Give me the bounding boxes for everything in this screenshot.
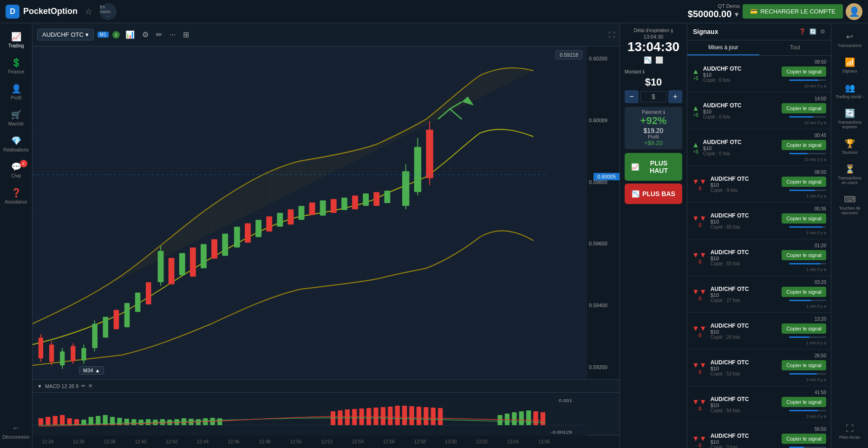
signals-settings-icon[interactable]: ⚙	[820, 28, 825, 35]
sidebar-item-trading[interactable]: 📈 Trading	[2, 28, 30, 52]
chart-type-button[interactable]: 📊	[124, 28, 137, 41]
signal-time-4: 00:35	[815, 206, 826, 211]
price-0: 0.60200	[589, 56, 618, 61]
more-button[interactable]: ···	[168, 29, 177, 41]
svg-rect-30	[266, 216, 272, 231]
svg-rect-52	[46, 417, 50, 425]
amount-plus-button[interactable]: +	[668, 90, 682, 103]
amount-minus-button[interactable]: −	[625, 90, 639, 103]
copy-btn-2[interactable]: Copier le signal	[782, 140, 826, 150]
star-button[interactable]: ☆	[85, 7, 92, 17]
settings-button[interactable]: ⚙	[140, 28, 150, 41]
sidebar-label-chat: Chat	[11, 173, 21, 178]
copy-btn-1[interactable]: Copier le signal	[782, 103, 826, 113]
copy-btn-4[interactable]: Copier le signal	[782, 213, 826, 224]
signal-info-4: AUD/CHF OTC $10 Copié : 65 fois	[711, 212, 778, 230]
far-sidebar-item-tournois[interactable]: 🏆 Tournois	[834, 135, 866, 158]
far-sidebar-item-transactions-express[interactable]: 🔄 Transactions express	[834, 105, 866, 133]
trading-social-icon: 👥	[845, 83, 855, 93]
tab-tout[interactable]: Tout	[759, 40, 831, 55]
copy-btn-8[interactable]: Copier le signal	[782, 360, 826, 370]
copy-btn-3[interactable]: Copier le signal	[782, 177, 826, 187]
sidebar-item-profil[interactable]: 👤 Profil	[2, 80, 30, 104]
far-sidebar-item-signaux[interactable]: 📶 Signaux	[834, 53, 866, 77]
far-sidebar-item-touches[interactable]: ⌨ Touches de raccourci	[834, 191, 866, 219]
signal-right-0: 09:50 Copier le signal 10 sec il y a	[782, 59, 826, 88]
time-label-6: 12:46	[228, 439, 240, 444]
copy-btn-7[interactable]: Copier le signal	[782, 323, 826, 334]
recharge-button[interactable]: 💳 RECHARGER LE COMPTE	[743, 4, 843, 19]
signal-amount-1: $10	[703, 109, 778, 114]
svg-rect-79	[345, 409, 350, 425]
fullscreen-icon[interactable]: ⛶	[608, 31, 615, 39]
down-arrow-icon-6: ▼▼	[692, 288, 707, 296]
chart-toolbar: AUD/CHF OTC ▾ M1 2 📊 ⚙ ✏ ··· ⊞ ⛶	[33, 23, 620, 46]
sidebar-item-assistance[interactable]: ❓ Assistance	[2, 184, 30, 208]
chart-icon-row: 📉 ⬜	[625, 56, 682, 64]
price-labels: 0.60200 0.60089 0.59800 0.59600 0.59400 …	[587, 46, 620, 379]
chart-mini-icon-2: ⬜	[655, 56, 663, 64]
svg-rect-77	[331, 411, 335, 425]
far-sidebar-item-transactions-cours[interactable]: ⏳ Transactions en cours	[834, 160, 866, 189]
signal-right-3: 08:50 Copier le signal 1 min il y a	[782, 170, 826, 198]
down-arrow-icon-5: ▼▼	[692, 251, 707, 259]
signals-help-icon[interactable]: ❓	[799, 28, 806, 35]
svg-rect-40	[373, 192, 379, 206]
sidebar-item-deconnexion[interactable]: ← Déconnexion	[2, 420, 30, 443]
timeframe-badge[interactable]: M1	[98, 32, 109, 38]
transactions-icon: ↩	[846, 32, 853, 42]
signal-direction-3: ▼▼ -$	[692, 178, 707, 191]
sidebar-label-profil: Profil	[11, 95, 21, 100]
copy-btn-6[interactable]: Copier le signal	[782, 287, 826, 297]
tab-mises-a-jour[interactable]: Mises à jour	[687, 40, 759, 55]
signal-progress-fill-3	[789, 190, 815, 191]
signal-direction-10: ▼▼ -$	[692, 435, 707, 448]
sidebar-item-realisations[interactable]: 💎 Réalisations	[2, 132, 30, 156]
logo[interactable]: D PocketOption	[6, 5, 78, 19]
copy-btn-10[interactable]: Copier le signal	[782, 434, 826, 444]
far-sidebar-item-trading-social[interactable]: 👥 Trading social -	[834, 79, 866, 103]
balance-dropdown[interactable]: ▼	[733, 11, 740, 18]
svg-rect-50	[33, 393, 587, 435]
signal-symbol-4: AUD/CHF OTC	[711, 212, 778, 219]
time-labels-row: 12:34 12:36 12:38 12:40 12:42 12:44 12:4…	[37, 439, 582, 444]
copy-btn-5[interactable]: Copier le signal	[782, 250, 826, 260]
signals-reload-icon[interactable]: 🔄	[809, 28, 816, 35]
pen-button[interactable]: ✏	[154, 28, 164, 41]
macd-close[interactable]: ✕	[88, 383, 92, 389]
far-sidebar-item-plein-ecran[interactable]: ⛶ Plein écran	[834, 420, 866, 443]
amount-info-icon[interactable]: ℹ	[643, 69, 645, 74]
expiry-info-icon[interactable]: ℹ	[671, 28, 673, 33]
m34-label[interactable]: M34 ▲	[79, 366, 104, 375]
svg-rect-16	[124, 303, 130, 327]
signal-info-2: AUD/CHF OTC $10 Copié : 0 fois	[703, 139, 778, 156]
signal-copies-6: Copié : 27 fois	[711, 298, 778, 303]
en-cours-button[interactable]: En cours: -	[100, 3, 117, 20]
signal-item-7: ▼▼ -$ AUD/CHF OTC $10 Copié : 26 fois 13…	[687, 313, 831, 349]
btn-higher[interactable]: 📈 PLUS HAUT	[625, 153, 682, 181]
sidebar-item-chat[interactable]: 4 💬 Chat	[2, 158, 30, 182]
sidebar-label-marche: Marché	[8, 121, 24, 126]
dropdown-arrow: ▾	[85, 31, 89, 38]
svg-rect-84	[381, 407, 385, 425]
transactions-cours-icon: ⏳	[845, 164, 855, 174]
grid-button[interactable]: ⊞	[181, 28, 191, 41]
avatar[interactable]: 👤	[846, 3, 862, 20]
signal-progress-fill-0	[789, 79, 819, 81]
macd-collapse[interactable]: ▼	[37, 383, 42, 389]
payout-info-icon[interactable]: ℹ	[663, 110, 665, 115]
btn-lower[interactable]: 📉 PLUS BAS	[625, 184, 682, 204]
sidebar-item-marche[interactable]: 🛒 Marché	[2, 106, 30, 130]
sidebar-item-finance[interactable]: 💲 Finance	[2, 54, 30, 78]
signal-item-6: ▼▼ -$ AUD/CHF OTC $10 Copié : 27 fois 03…	[687, 276, 831, 313]
signal-direction-6: ▼▼ -$	[692, 288, 707, 301]
symbol-selector[interactable]: AUD/CHF OTC ▾	[37, 29, 94, 40]
copy-btn-9[interactable]: Copier le signal	[782, 397, 826, 407]
time-label-7: 12:48	[259, 439, 271, 444]
signal-time-2: 00:45	[815, 133, 826, 138]
signal-item-9: ▼▼ -$ AUD/CHF OTC $10 Copié : 54 fois 41…	[687, 386, 831, 423]
far-sidebar-item-transactions[interactable]: ↩ Transactions	[834, 28, 866, 52]
macd-edit[interactable]: ✏	[81, 383, 85, 389]
copy-btn-0[interactable]: Copier le signal	[782, 66, 826, 77]
signal-progress-fill-2	[789, 153, 808, 154]
